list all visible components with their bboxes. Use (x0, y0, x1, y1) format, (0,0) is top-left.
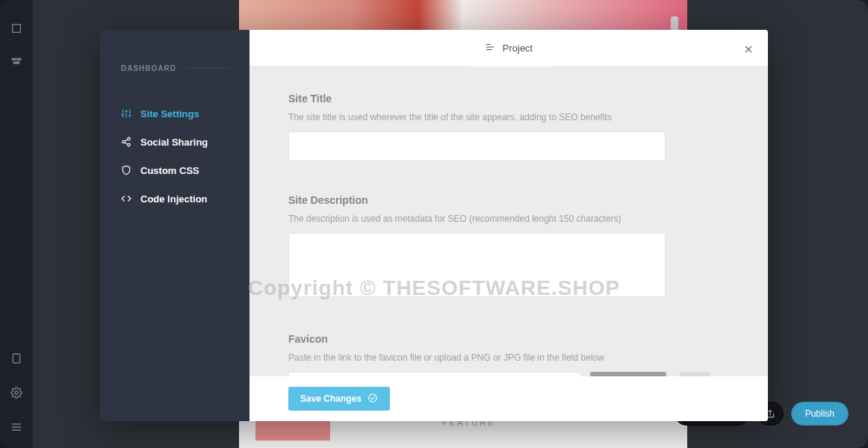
svg-point-19 (123, 140, 125, 143)
sidebar-item-label: Site Settings (140, 108, 199, 119)
tablet-icon[interactable] (9, 351, 24, 366)
svg-rect-0 (13, 25, 21, 33)
sidebar-item-custom-css[interactable]: Custom CSS (121, 156, 249, 184)
svg-line-21 (125, 143, 128, 144)
canvas-hero-image (239, 0, 687, 30)
menu-icon[interactable] (9, 420, 24, 435)
save-button[interactable]: Save Changes (288, 387, 390, 411)
field-label: Site Title (288, 93, 729, 105)
svg-line-22 (125, 140, 128, 141)
field-label: Favicon (288, 333, 729, 345)
field-favicon: Favicon Paste in the link to the favicon… (288, 333, 729, 376)
field-desc: The site title is used wherever the titl… (288, 112, 729, 122)
svg-rect-1 (12, 58, 16, 60)
sidebar-item-label: Custom CSS (140, 165, 199, 176)
modal-sidebar: DASHBOARD Site Settings Social Sharing (100, 30, 249, 421)
publish-button[interactable]: Publish (791, 402, 849, 426)
svg-rect-4 (13, 354, 19, 363)
modal-tabs: Project (249, 30, 768, 66)
modal-body[interactable]: Site Title The site title is used wherev… (249, 66, 768, 376)
shield-icon (121, 165, 131, 175)
site-description-input[interactable] (288, 233, 666, 297)
sidebar-item-site-settings[interactable]: Site Settings (121, 99, 249, 128)
close-icon[interactable] (741, 42, 756, 57)
sidebar-item-label: Social Sharing (140, 137, 208, 148)
field-site-description: Site Description The description is used… (288, 194, 729, 300)
sidebar-heading: DASHBOARD (121, 64, 249, 72)
share-icon (121, 137, 131, 147)
field-site-title: Site Title The site title is used wherev… (288, 93, 729, 161)
svg-point-5 (15, 391, 18, 394)
tab-project[interactable]: Project (467, 30, 551, 66)
sidebar-item-label: Code Injection (140, 193, 208, 205)
modal-footer: Save Changes (249, 376, 768, 421)
svg-point-20 (128, 143, 131, 146)
sidebar-item-code-injection[interactable]: Code Injection (121, 184, 249, 213)
field-desc: The description is used as metadata for … (288, 214, 729, 224)
sliders-icon (121, 108, 131, 119)
tab-label: Project (503, 43, 533, 54)
sidebar-item-social-sharing[interactable]: Social Sharing (121, 128, 249, 156)
components-icon[interactable] (9, 55, 24, 70)
code-icon (121, 193, 131, 204)
stream-icon (485, 42, 495, 55)
site-title-input[interactable] (288, 131, 666, 161)
modal-main: Project Site Title The site title is use… (249, 30, 768, 421)
layers-icon[interactable] (9, 21, 24, 36)
check-icon (368, 393, 378, 405)
gear-icon[interactable] (9, 385, 24, 400)
settings-modal: DASHBOARD Site Settings Social Sharing (100, 30, 768, 421)
svg-rect-3 (13, 62, 19, 64)
publish-label: Publish (805, 408, 834, 419)
canvas-block (255, 418, 330, 441)
field-label: Site Description (288, 194, 729, 206)
save-label: Save Changes (300, 393, 362, 404)
svg-point-18 (128, 137, 131, 140)
field-desc: Paste in the link to the favicon file or… (288, 352, 729, 363)
svg-point-28 (369, 393, 377, 402)
svg-rect-2 (17, 58, 21, 60)
left-rail (0, 0, 33, 448)
